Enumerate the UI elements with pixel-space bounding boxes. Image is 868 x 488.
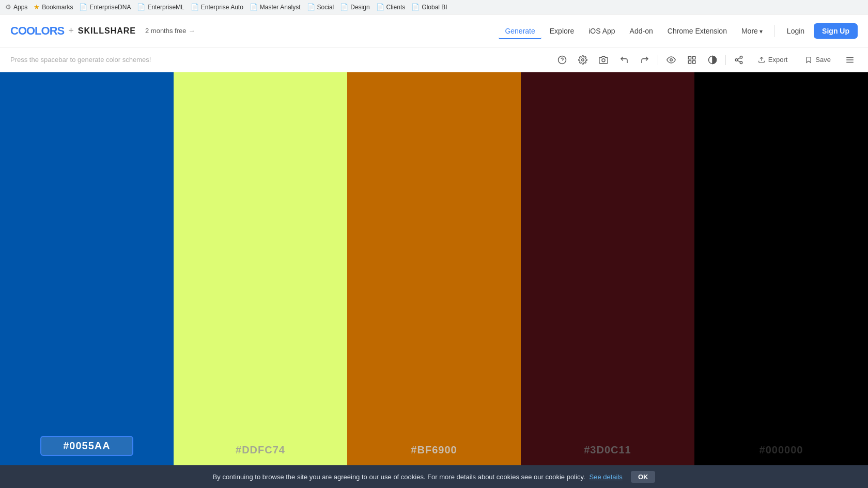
svg-point-11 — [735, 58, 738, 61]
bookmark-enterpriseml[interactable]: 📄 EnterpriseML — [137, 3, 184, 11]
color-hex-label-2: #DDFC74 — [236, 444, 285, 456]
bookmark-clients[interactable]: 📄 Clients — [376, 3, 406, 11]
bookmark-social[interactable]: 📄 Social — [307, 3, 334, 11]
bookmark-enterprise-auto[interactable]: 📄 Enterprise Auto — [191, 3, 243, 11]
coolors-logo[interactable]: COOLORS — [10, 24, 64, 38]
color-hex-input-1[interactable] — [40, 436, 133, 456]
cookie-ok-button[interactable]: OK — [631, 471, 656, 472]
color-palette: #DDFC74 #BF6900 #3D0C11 #000000 — [0, 72, 868, 471]
svg-point-2 — [582, 58, 584, 61]
hamburger-menu-button[interactable] — [842, 52, 858, 68]
camera-icon-button[interactable] — [596, 52, 611, 68]
color-hex-label-4: #3D0C11 — [584, 444, 631, 456]
save-button[interactable]: Save — [799, 53, 837, 67]
bookmark-global-bi[interactable]: 📄 Global BI — [411, 3, 447, 11]
cookie-banner: By continuing to browse the site you are… — [0, 465, 868, 471]
eye-icon-button[interactable] — [663, 52, 679, 68]
bookmark-bookmarks[interactable]: ★ Bookmarks — [34, 3, 73, 11]
share-icon-button[interactable] — [731, 52, 747, 68]
bookmark-bar: ⚙ Apps ★ Bookmarks 📄 EnterpriseDNA 📄 Ent… — [0, 0, 868, 14]
login-button[interactable]: Login — [780, 24, 812, 38]
nav-chrome-ext[interactable]: Chrome Extension — [661, 24, 733, 38]
undo-icon-button[interactable] — [616, 52, 632, 68]
grid-icon-button[interactable] — [684, 52, 700, 68]
bookmark-apps[interactable]: ⚙ Apps — [5, 3, 27, 11]
svg-point-4 — [670, 58, 673, 61]
svg-rect-7 — [692, 60, 695, 63]
bookmark-enterprisedna[interactable]: 📄 EnterpriseDNA — [79, 3, 131, 11]
more-chevron-icon — [760, 27, 763, 35]
color-swatch-2[interactable]: #DDFC74 — [174, 72, 347, 471]
svg-rect-8 — [688, 60, 691, 63]
settings-icon-button[interactable] — [575, 52, 591, 68]
color-hex-label-5: #000000 — [760, 444, 803, 456]
bookmark-design[interactable]: 📄 Design — [340, 3, 369, 11]
svg-point-12 — [740, 61, 742, 64]
redo-icon-button[interactable] — [637, 52, 653, 68]
svg-point-3 — [602, 58, 605, 61]
help-icon-button[interactable] — [554, 52, 570, 68]
skillshare-logo[interactable]: SKILLSHARE — [78, 26, 136, 36]
svg-rect-5 — [688, 56, 691, 59]
toolbar: Press the spacebar to generate color sch… — [0, 48, 868, 72]
nav-ios-app[interactable]: iOS App — [582, 24, 621, 38]
svg-line-13 — [737, 60, 740, 62]
nav-divider — [774, 25, 774, 37]
nav-more[interactable]: More — [735, 24, 769, 38]
export-label: Export — [768, 56, 788, 64]
color-swatch-3[interactable]: #BF6900 — [347, 72, 521, 471]
svg-line-14 — [737, 57, 740, 59]
nav-generate[interactable]: Generate — [499, 24, 541, 39]
svg-point-10 — [740, 56, 742, 58]
nav-addon[interactable]: Add-on — [624, 24, 659, 38]
nav-links: Generate Explore iOS App Add-on Chrome E… — [499, 23, 858, 39]
signup-button[interactable]: Sign Up — [814, 23, 858, 39]
contrast-icon-button[interactable] — [705, 52, 720, 68]
color-swatch-4[interactable]: #3D0C11 — [521, 72, 694, 471]
save-label: Save — [815, 56, 831, 64]
svg-rect-6 — [692, 56, 695, 59]
promo-text: 2 months free → — [145, 27, 195, 35]
nav-explore[interactable]: Explore — [544, 24, 580, 38]
toolbar-hint: Press the spacebar to generate color sch… — [10, 56, 550, 64]
logo-area: COOLORS + SKILLSHARE 2 months free → — [10, 24, 195, 38]
export-button[interactable]: Export — [752, 53, 794, 67]
toolbar-separator-1 — [658, 55, 658, 65]
color-hex-label-3: #BF6900 — [411, 444, 457, 456]
color-swatch-1[interactable] — [0, 72, 174, 471]
toolbar-separator-2 — [725, 55, 726, 65]
top-nav: COOLORS + SKILLSHARE 2 months free → Gen… — [0, 14, 868, 48]
color-swatch-5[interactable]: #000000 — [694, 72, 868, 471]
logo-plus: + — [68, 25, 74, 36]
bookmark-master-analyst[interactable]: 📄 Master Analyst — [250, 3, 301, 11]
toolbar-icons: Export Save — [554, 52, 858, 68]
promo-arrow[interactable]: → — [188, 27, 195, 35]
